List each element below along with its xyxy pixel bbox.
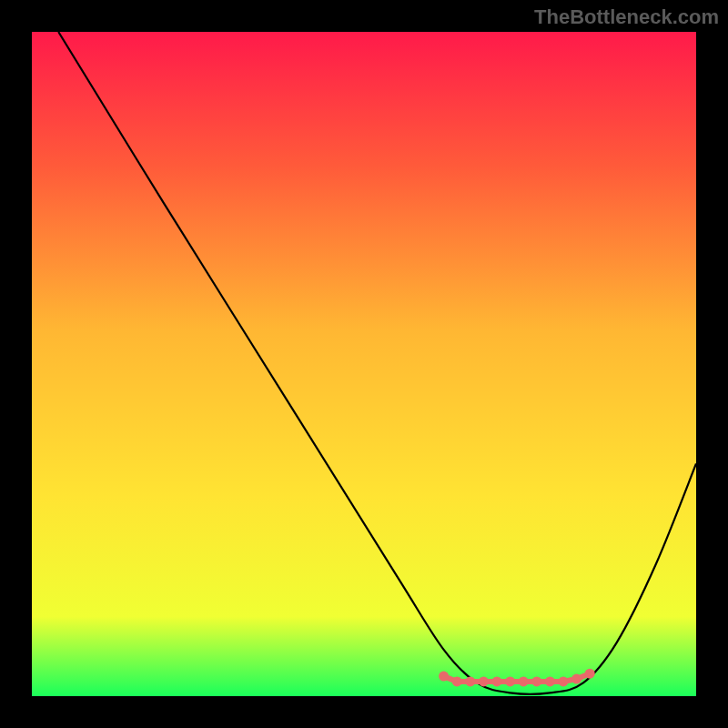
svg-point-0 [439, 672, 449, 682]
svg-point-9 [559, 676, 569, 686]
watermark-text: TheBottleneck.com [534, 5, 719, 29]
svg-point-4 [492, 676, 502, 686]
chart-svg [32, 32, 696, 696]
svg-point-10 [571, 674, 581, 684]
svg-point-7 [531, 676, 541, 686]
svg-point-2 [465, 676, 475, 686]
svg-point-5 [505, 676, 515, 686]
svg-point-8 [545, 676, 555, 686]
chart-background [32, 32, 696, 696]
svg-point-3 [479, 676, 489, 686]
svg-point-1 [452, 676, 462, 686]
svg-point-11 [585, 669, 595, 679]
svg-point-6 [519, 676, 529, 686]
chart-area [32, 32, 696, 696]
